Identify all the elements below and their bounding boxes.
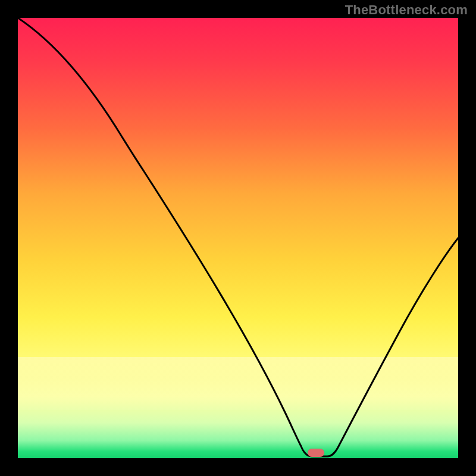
optimum-marker — [308, 449, 324, 457]
plot-area — [18, 18, 458, 458]
curve-path — [18, 18, 458, 456]
bottleneck-curve — [18, 18, 458, 458]
watermark-text: TheBottleneck.com — [345, 2, 468, 18]
chart-frame: TheBottleneck.com — [0, 0, 476, 476]
